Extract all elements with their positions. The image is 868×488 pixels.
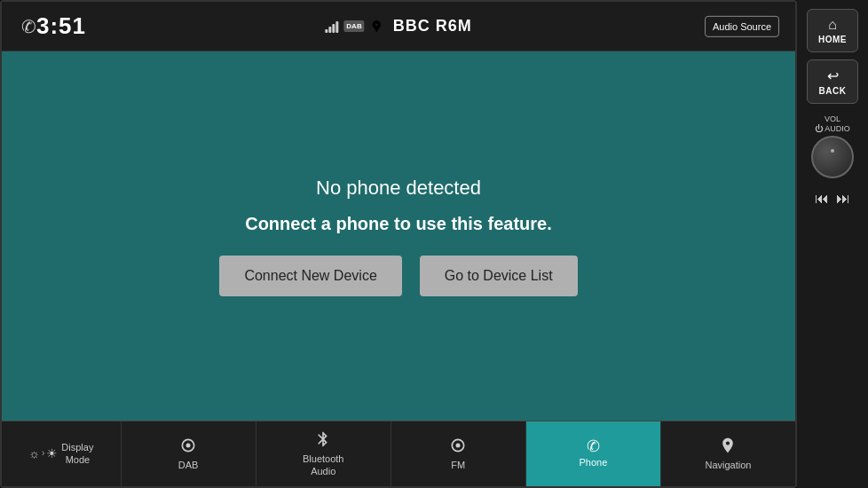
brightness-high-icon: ☀	[46, 446, 58, 460]
clock: 3:51	[36, 12, 86, 40]
phone-status-icon: ✆	[21, 16, 36, 37]
bottom-nav-bar: ☼ › ☀ DisplayMode DAB	[2, 421, 795, 486]
volume-knob-indicator	[831, 149, 834, 153]
volume-knob[interactable]	[811, 136, 854, 178]
main-screen: ✆ 3:51 DAB BBC R6M	[0, 0, 797, 488]
radio-tower-icon	[370, 20, 384, 34]
go-to-device-list-button[interactable]: Go to Device List	[420, 256, 578, 296]
station-name: BBC R6M	[393, 17, 472, 35]
home-button[interactable]: ⌂ HOME	[807, 9, 858, 52]
back-button[interactable]: ↩ BACK	[807, 59, 858, 104]
nav-item-fm[interactable]: FM	[391, 421, 526, 486]
svg-point-3	[456, 443, 461, 447]
connect-new-device-button[interactable]: Connect New Device	[219, 256, 401, 296]
signal-icon	[325, 20, 338, 33]
car-infotainment-screen: ✆ 3:51 DAB BBC R6M	[0, 0, 868, 488]
phone-label: Phone	[579, 457, 607, 468]
audio-source-button[interactable]: Audio Source	[705, 15, 779, 36]
right-controls-panel: ⌂ HOME ↩ BACK VOL⏻ AUDIO ⏮ ⏭	[797, 0, 868, 488]
next-track-button[interactable]: ⏭	[834, 189, 852, 209]
nav-item-navigation[interactable]: Navigation	[661, 421, 795, 486]
display-mode-label: DisplayMode	[61, 442, 93, 465]
back-icon: ↩	[827, 67, 839, 84]
no-phone-title: No phone detected	[316, 177, 481, 200]
vol-label: VOL⏻ AUDIO	[815, 114, 850, 134]
nav-item-dab[interactable]: DAB	[122, 421, 256, 486]
display-mode-icons: ☼ › ☀	[28, 446, 58, 460]
bluetooth-icon	[314, 430, 332, 451]
bluetooth-audio-label: BluetoothAudio	[303, 453, 343, 476]
navigation-icon	[719, 437, 737, 457]
phone-icon: ✆	[587, 438, 600, 454]
media-controls: ⏮ ⏭	[813, 189, 852, 209]
dab-badge: DAB	[343, 20, 364, 32]
brightness-low-icon: ☼	[28, 446, 40, 460]
main-content-area: No phone detected Connect a phone to use…	[2, 51, 795, 421]
nav-item-phone[interactable]: ✆ Phone	[526, 421, 661, 486]
volume-control: VOL⏻ AUDIO	[811, 114, 854, 178]
fm-label: FM	[451, 460, 465, 471]
nav-item-bluetooth-audio[interactable]: BluetoothAudio	[256, 421, 391, 486]
top-bar: ✆ 3:51 DAB BBC R6M	[2, 2, 795, 51]
navigation-label: Navigation	[705, 460, 751, 471]
fm-icon	[449, 437, 467, 457]
chevron-right-icon: ›	[42, 448, 44, 458]
home-label: HOME	[818, 35, 847, 44]
nav-item-display-mode[interactable]: ☼ › ☀ DisplayMode	[2, 421, 122, 486]
action-buttons-row: Connect New Device Go to Device List	[219, 256, 577, 296]
radio-icons: DAB	[325, 20, 383, 34]
prev-track-button[interactable]: ⏮	[813, 189, 831, 209]
dab-icon	[179, 437, 197, 457]
home-icon: ⌂	[828, 17, 837, 33]
dab-label: DAB	[178, 460, 199, 471]
top-center-info: DAB BBC R6M	[325, 17, 471, 35]
svg-point-1	[186, 443, 191, 447]
connect-subtitle: Connect a phone to use this feature.	[245, 214, 552, 234]
back-label: BACK	[819, 86, 847, 96]
